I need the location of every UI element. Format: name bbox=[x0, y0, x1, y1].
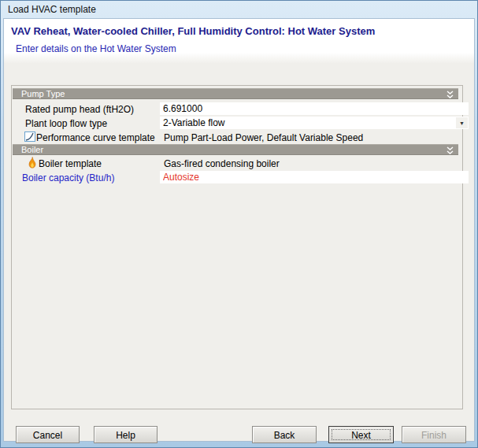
performance-curve-template-value: Pump Part-Load Power, Default Variable S… bbox=[164, 132, 363, 143]
dialog-client-area: VAV Reheat, Water-cooled Chiller, Full H… bbox=[3, 18, 475, 442]
dropdown-selected-value: 2-Variable flow bbox=[163, 117, 224, 128]
form-row-plant-loop-flow-type: Plant loop flow type 2-Variable flow ▼ bbox=[12, 117, 458, 130]
plant-loop-flow-type-dropdown[interactable]: 2-Variable flow ▼ bbox=[160, 117, 469, 129]
boiler-capacity-label: Boiler capacity (Btu/h) bbox=[22, 172, 114, 183]
boiler-template-label: Boiler template bbox=[39, 158, 102, 169]
chevron-double-down-icon[interactable] bbox=[447, 146, 454, 157]
back-button[interactable]: Back bbox=[252, 426, 317, 443]
chevron-double-down-icon[interactable] bbox=[447, 91, 454, 101]
boiler-capacity-input[interactable] bbox=[160, 171, 469, 183]
next-button[interactable]: Next bbox=[328, 426, 394, 443]
cancel-button[interactable]: Cancel bbox=[16, 426, 80, 443]
title-bar[interactable]: Load HVAC template bbox=[1, 1, 477, 18]
section-title: Boiler bbox=[21, 145, 43, 154]
load-hvac-template-dialog: Load HVAC template VAV Reheat, Water-coo… bbox=[0, 0, 478, 448]
form-row-rated-pump-head: Rated pump head (ftH2O) bbox=[12, 102, 458, 116]
flame-icon bbox=[28, 157, 36, 171]
rated-pump-head-input[interactable] bbox=[160, 102, 469, 115]
page-subtitle: Enter details on the Hot Water System bbox=[16, 43, 176, 54]
wizard-header: VAV Reheat, Water-cooled Chiller, Full H… bbox=[4, 19, 474, 63]
form-row-boiler-capacity: Boiler capacity (Btu/h) bbox=[12, 171, 458, 184]
page-title: VAV Reheat, Water-cooled Chiller, Full H… bbox=[11, 25, 375, 37]
performance-curve-template-label: Performance curve template bbox=[36, 132, 155, 143]
help-button[interactable]: Help bbox=[94, 426, 157, 443]
boiler-template-value: Gas-fired condensing boiler bbox=[164, 158, 280, 169]
plant-loop-flow-type-label: Plant loop flow type bbox=[25, 118, 107, 129]
form-row-boiler-template: Boiler template Gas-fired condensing boi… bbox=[12, 157, 458, 170]
performance-curve-icon bbox=[24, 131, 35, 144]
finish-button: Finish bbox=[402, 426, 466, 443]
window-title: Load HVAC template bbox=[8, 4, 96, 15]
settings-panel: Pump Type Rated pump head (ftH2O) Plant … bbox=[11, 85, 463, 409]
rated-pump-head-label: Rated pump head (ftH2O) bbox=[25, 104, 134, 115]
form-row-performance-curve-template: Performance curve template Pump Part-Loa… bbox=[12, 131, 458, 144]
section-header-pump-type[interactable]: Pump Type bbox=[13, 88, 458, 99]
dropdown-arrow-icon[interactable]: ▼ bbox=[456, 117, 468, 128]
section-title: Pump Type bbox=[21, 89, 65, 98]
section-header-boiler[interactable]: Boiler bbox=[13, 144, 458, 155]
